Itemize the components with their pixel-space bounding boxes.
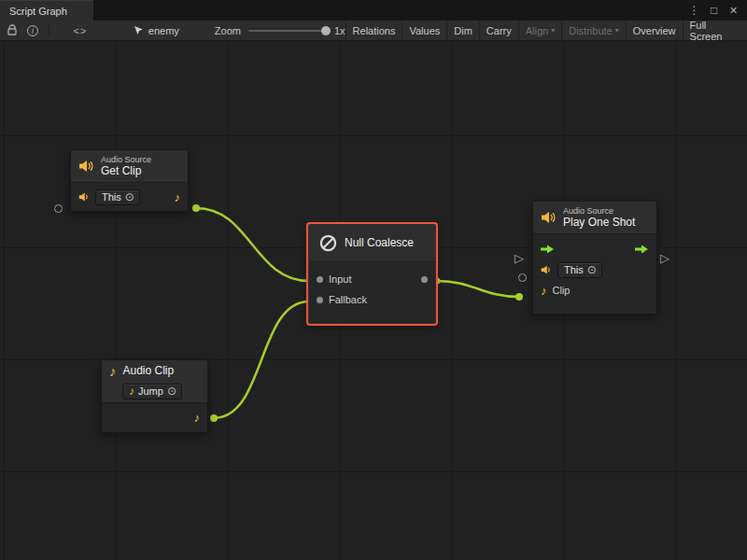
zoom-slider-knob[interactable] (321, 26, 331, 35)
object-picker-icon: ⊙ (167, 385, 176, 397)
code-icon[interactable]: <> (70, 21, 91, 41)
clip-output-port-icon[interactable]: ♪ (175, 191, 181, 203)
clip-output-port-icon[interactable]: ♪ (194, 412, 201, 424)
graph-name-label: enemy (148, 25, 179, 36)
zoom-value: 1x (334, 25, 345, 36)
node-audio-clip[interactable]: ♪ Audio Clip ♪ Jump ⊙ ♪ (101, 359, 208, 433)
node-body: ♪ (102, 402, 207, 432)
clip-port-label: Clip (553, 285, 571, 296)
node-header: Audio Source Play One Shot (533, 202, 656, 233)
wire-getclip-to-input[interactable] (196, 208, 309, 281)
node-null-coalesce[interactable]: Null Coalesce Input Fallback (308, 224, 436, 324)
window-controls: ⋮ □ × (686, 0, 747, 21)
overview-button[interactable]: Overview (626, 21, 683, 41)
audio-source-icon (78, 159, 94, 174)
flow-output-arrow-icon[interactable] (635, 245, 649, 254)
node-title: Null Coalesce (345, 237, 414, 249)
result-output-port[interactable] (421, 276, 428, 283)
input-port-row: Input (309, 269, 435, 289)
this-object-picker[interactable]: This ⊙ (557, 262, 602, 278)
node-header: Null Coalesce (309, 225, 435, 261)
fallback-port-label: Fallback (329, 294, 367, 305)
pointer-icon (134, 25, 144, 35)
node-title: Play One Shot (563, 217, 635, 229)
carry-button[interactable]: Carry (479, 21, 518, 41)
align-button[interactable]: Align ▾ (518, 21, 561, 41)
flow-input-external-port[interactable]: ▷ (514, 252, 524, 264)
zoom-slider[interactable] (248, 30, 327, 32)
wire-endpoint-dot (515, 293, 523, 301)
this-object-picker[interactable]: This ⊙ (95, 189, 140, 205)
music-note-icon: ♪ (129, 385, 134, 397)
dim-button[interactable]: Dim (446, 21, 479, 41)
toolbar-buttons: Relations Values Dim Carry Align ▾ Distr… (345, 21, 747, 41)
maximize-icon[interactable]: □ (706, 2, 722, 19)
tab-strip: Script Graph ⋮ □ × (0, 0, 747, 21)
audio-clip-icon: ♪ (109, 364, 117, 378)
fallback-port[interactable] (317, 297, 323, 303)
node-body: This ⊙ ♪ Clip (533, 233, 656, 314)
clip-object-picker[interactable]: ♪ Jump ⊙ (122, 384, 182, 399)
clip-value-row: ♪ Jump ⊙ (102, 380, 207, 402)
audio-source-icon (541, 210, 557, 225)
flow-output-external-port[interactable]: ▷ (660, 252, 669, 264)
chevron-down-icon: ▾ (551, 27, 555, 35)
tab-label: Script Graph (9, 6, 67, 17)
fallback-port-row: Fallback (309, 289, 435, 310)
object-picker-icon: ⊙ (587, 264, 597, 275)
flow-port-row (533, 239, 656, 259)
flow-input-arrow-icon[interactable] (541, 245, 555, 254)
distribute-button[interactable]: Distribute ▾ (561, 21, 625, 41)
input-port[interactable] (317, 276, 323, 283)
node-play-one-shot[interactable]: Audio Source Play One Shot (532, 201, 657, 315)
chevron-down-icon: ▾ (615, 27, 619, 35)
toolbar-separator (49, 24, 49, 37)
script-graph-window: Script Graph ⋮ □ × i <> enemy Zoom 1x (0, 0, 747, 560)
clip-input-port-icon[interactable]: ♪ (541, 285, 547, 297)
zoom-label: Zoom (215, 25, 241, 36)
node-title: Audio Clip (123, 365, 175, 377)
this-port-row: This ⊙ (533, 259, 656, 280)
graph-reference[interactable]: enemy (134, 25, 179, 36)
null-coalesce-icon (318, 233, 338, 253)
relations-button[interactable]: Relations (345, 21, 402, 41)
audio-source-icon (78, 191, 90, 203)
clip-output-row: ♪ (102, 403, 207, 432)
fullscreen-button[interactable]: Full Screen (683, 21, 747, 41)
node-header: ♪ Audio Clip (102, 360, 207, 380)
values-button[interactable]: Values (402, 21, 446, 41)
tab-script-graph[interactable]: Script Graph (0, 0, 93, 21)
wire-audioclip-to-fallback[interactable] (214, 301, 309, 418)
node-get-clip[interactable]: Audio Source Get Clip This ⊙ ♪ (70, 149, 189, 212)
this-port-row: This ⊙ ♪ (71, 183, 188, 211)
menu-icon[interactable]: ⋮ (686, 2, 702, 19)
input-port-label: Input (329, 273, 351, 285)
object-picker-icon: ⊙ (125, 191, 134, 203)
graph-canvas[interactable]: Audio Source Get Clip This ⊙ ♪ (0, 41, 747, 560)
clip-port-row: ♪ Clip (533, 280, 656, 301)
close-icon[interactable]: × (726, 2, 741, 19)
node-title: Get Clip (101, 165, 151, 177)
audio-source-icon (541, 264, 552, 275)
info-icon[interactable]: i (22, 21, 43, 41)
play-one-shot-this-input-port[interactable] (518, 273, 527, 282)
zoom-control: Zoom 1x (215, 25, 345, 36)
node-header: Audio Source Get Clip (71, 150, 188, 182)
get-clip-this-input-port[interactable] (54, 204, 63, 213)
lock-icon[interactable] (2, 21, 22, 41)
node-body: This ⊙ ♪ (71, 182, 188, 211)
node-body: Input Fallback (309, 261, 435, 323)
wire-output-to-clip[interactable] (437, 281, 519, 297)
wire-endpoint-dot (192, 204, 200, 212)
wire-endpoint-dot (210, 414, 218, 422)
graph-toolbar: i <> enemy Zoom 1x Relations Values Dim … (0, 21, 747, 41)
